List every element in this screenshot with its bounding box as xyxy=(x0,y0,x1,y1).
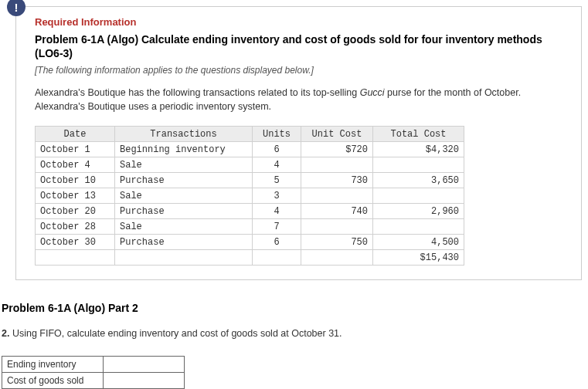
cell-units: 4 xyxy=(253,204,301,219)
required-label: Required Information xyxy=(35,16,563,28)
table-row: October 1 Beginning inventory 6 $720 $4,… xyxy=(36,142,464,157)
cell-trans: Sale xyxy=(115,157,253,173)
cell-total: 3,650 xyxy=(373,173,464,188)
cell-total: 2,960 xyxy=(373,204,464,219)
cell-date: October 1 xyxy=(36,142,115,157)
cell-cost xyxy=(301,157,373,173)
table-row: October 10 Purchase 5 730 3,650 xyxy=(36,173,464,188)
cell-date: October 30 xyxy=(36,235,115,250)
cell-total xyxy=(373,188,464,204)
question-number: 2. xyxy=(2,328,9,339)
cell-units: 3 xyxy=(253,188,301,204)
header-total-cost: Total Cost xyxy=(373,127,464,142)
table-row: October 20 Purchase 4 740 2,960 xyxy=(36,204,464,219)
part-title: Problem 6-1A (Algo) Part 2 xyxy=(2,302,588,314)
answer-table: Ending inventory Cost of goods sold xyxy=(2,356,185,389)
cell-trans: Sale xyxy=(115,188,253,204)
header-units: Units xyxy=(253,127,301,142)
cell-date: October 4 xyxy=(36,157,115,173)
cell-units: 5 xyxy=(253,173,301,188)
cell-cost xyxy=(301,188,373,204)
table-row: October 13 Sale 3 xyxy=(36,188,464,204)
answer-row-cogs: Cost of goods sold xyxy=(2,373,185,389)
header-transactions: Transactions xyxy=(115,127,253,142)
question: 2. Using FIFO, calculate ending inventor… xyxy=(2,328,588,339)
label-cogs: Cost of goods sold xyxy=(2,373,104,389)
cell-cost xyxy=(301,219,373,235)
cell-trans: Purchase xyxy=(115,204,253,219)
table-header-row: Date Transactions Units Unit Cost Total … xyxy=(36,127,464,142)
header-unit-cost: Unit Cost xyxy=(301,127,373,142)
paragraph: Alexandra's Boutique has the following t… xyxy=(35,86,563,113)
para-italic: Gucci xyxy=(360,87,385,98)
cell-grand-total: $15,430 xyxy=(373,250,464,266)
question-text: Using FIFO, calculate ending inventory a… xyxy=(9,328,342,339)
input-ending-inventory[interactable] xyxy=(104,357,185,373)
cell-units: 6 xyxy=(253,235,301,250)
cell-date: October 10 xyxy=(36,173,115,188)
table-row: October 28 Sale 7 xyxy=(36,219,464,235)
table-row: October 30 Purchase 6 750 4,500 xyxy=(36,235,464,250)
header-date: Date xyxy=(36,127,115,142)
cell-total xyxy=(373,157,464,173)
cell-cost: 730 xyxy=(301,173,373,188)
transactions-table: Date Transactions Units Unit Cost Total … xyxy=(35,126,464,266)
answer-row-ei: Ending inventory xyxy=(2,357,185,373)
table-row: October 4 Sale 4 xyxy=(36,157,464,173)
subtitle: [The following information applies to th… xyxy=(35,65,563,76)
cell-date: October 13 xyxy=(36,188,115,204)
table-total-row: $15,430 xyxy=(36,250,464,266)
cell-date: October 20 xyxy=(36,204,115,219)
problem-title: Problem 6-1A (Algo) Calculate ending inv… xyxy=(35,32,563,60)
cell-total: 4,500 xyxy=(373,235,464,250)
cell-trans: Purchase xyxy=(115,173,253,188)
alert-icon: ! xyxy=(7,0,25,16)
input-cogs[interactable] xyxy=(104,373,185,389)
cell-total xyxy=(373,219,464,235)
cell-cost: 740 xyxy=(301,204,373,219)
info-card: ! Required Information Problem 6-1A (Alg… xyxy=(15,6,582,280)
cell-cost: $720 xyxy=(301,142,373,157)
label-ending-inventory: Ending inventory xyxy=(2,357,104,373)
cell-total: $4,320 xyxy=(373,142,464,157)
para-pre: Alexandra's Boutique has the following t… xyxy=(35,87,360,98)
cell-units: 4 xyxy=(253,157,301,173)
cell-trans: Purchase xyxy=(115,235,253,250)
cell-date: October 28 xyxy=(36,219,115,235)
cell-units: 7 xyxy=(253,219,301,235)
cell-trans: Sale xyxy=(115,219,253,235)
cell-cost: 750 xyxy=(301,235,373,250)
cell-units: 6 xyxy=(253,142,301,157)
cell-trans: Beginning inventory xyxy=(115,142,253,157)
